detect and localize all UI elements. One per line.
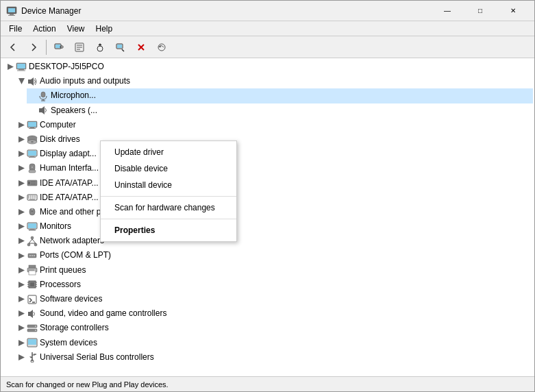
monitors-expand-icon[interactable] [16,221,27,232]
svg-marker-101 [18,296,25,302]
tree-speakers[interactable]: Speakers (... [27,103,533,118]
tree-computer[interactable]: Computer [16,118,533,132]
context-menu-scan-hardware[interactable]: Scan for hardware changes [101,199,236,216]
svg-rect-54 [31,184,36,184]
svg-point-84 [29,255,31,256]
menu-help[interactable]: Help [90,23,119,35]
svg-rect-73 [30,229,34,230]
context-menu-update-driver[interactable]: Update driver [101,144,236,160]
display-icon [27,149,38,160]
keyboard-icon [27,192,38,203]
hid-expand-icon[interactable] [16,163,27,174]
network-label: Network adapters [40,234,104,247]
mice-expand-icon[interactable] [16,206,27,217]
tree-storage[interactable]: Storage controllers [16,321,533,335]
root-expand-icon[interactable] [5,62,16,73]
svg-rect-49 [29,170,36,173]
svg-rect-29 [39,108,42,112]
tree-root[interactable]: DESKTOP-J5I5PCO [5,60,533,74]
tree-audio[interactable]: Audio inputs and outputs [16,74,533,88]
print-expand-icon[interactable] [16,265,27,275]
rollback-button[interactable] [152,38,171,56]
tree-system[interactable]: System devices [16,336,533,350]
computer-expand-icon[interactable] [16,119,27,130]
tree-software[interactable]: Software devices [16,292,533,306]
ports-expand-icon[interactable] [16,250,27,261]
tree-disk[interactable]: Disk drives [16,132,533,147]
display-expand-icon[interactable] [16,149,27,160]
disk-expand-icon[interactable] [16,134,27,145]
uninstall-button[interactable] [132,38,151,56]
usb-expand-icon[interactable] [16,352,27,363]
svg-rect-90 [29,271,36,275]
keyboards-expand-icon[interactable] [16,192,27,203]
svg-rect-26 [41,92,45,97]
audio-expand-icon[interactable] [16,76,27,87]
svg-marker-31 [18,122,25,128]
close-button[interactable]: ✕ [497,1,529,21]
system-expand-icon[interactable] [16,337,27,348]
tree-network[interactable]: Network adapters [16,234,533,248]
context-menu-separator-2 [101,219,236,219]
svg-marker-50 [18,180,25,186]
sound-expand-icon[interactable] [16,308,27,319]
svg-rect-65 [29,199,35,201]
maximize-button[interactable]: □ [464,1,496,21]
forward-button[interactable] [24,38,43,56]
svg-rect-21 [18,69,24,71]
svg-point-78 [34,243,37,246]
tree-microphone[interactable]: Microphon... [27,88,533,103]
menu-action[interactable]: Action [27,23,61,35]
svg-rect-45 [29,157,36,158]
svg-marker-82 [18,253,25,259]
update-driver-button[interactable] [90,38,110,56]
menu-view[interactable]: View [62,23,90,35]
tree-ide[interactable]: IDE ATA/ATAP... [16,176,533,191]
svg-rect-64 [34,197,36,199]
tree-keyboards[interactable]: IDE ATA/ATAP... [16,191,533,205]
ports-label: Ports (COM & LPT) [40,249,111,262]
tree-mice[interactable]: Mice and other pointing devices [16,205,533,219]
disk-label: Disk drives [40,133,80,146]
monitor-icon [27,221,38,232]
hid-icon [27,163,38,174]
storage-expand-icon[interactable] [16,323,27,334]
svg-marker-55 [18,195,25,201]
svg-point-111 [35,330,36,331]
ide-expand-icon[interactable] [16,177,27,188]
svg-rect-22 [17,70,25,71]
tree-sound[interactable]: Sound, video and game controllers [16,306,533,321]
tree-monitors[interactable]: Monitors [16,219,533,234]
title-bar: Device Manager — □ ✕ [1,1,534,21]
svg-rect-94 [30,282,34,286]
svg-rect-2 [10,14,14,15]
svg-rect-57 [28,196,29,197]
processors-expand-icon[interactable] [16,279,27,290]
network-expand-icon[interactable] [16,236,27,247]
svg-point-91 [34,269,36,271]
usb-icon [27,352,38,363]
back-button[interactable] [3,38,23,56]
software-expand-icon[interactable] [16,294,27,305]
context-menu-properties[interactable]: Properties [101,222,236,238]
tree-ports[interactable]: Ports (COM & LPT) [16,248,533,262]
scan-button[interactable] [111,38,130,56]
tree-processors[interactable]: Processors [16,278,533,292]
minimize-button[interactable]: — [432,1,463,21]
properties-button[interactable] [70,38,89,56]
content-area[interactable]: DESKTOP-J5I5PCO Audio inputs and outputs [1,58,534,376]
tree-hid[interactable]: Human Interfa... [16,161,533,175]
tree-display[interactable]: Display adapt... [16,147,533,161]
svg-point-40 [31,141,34,143]
software-label: Software devices [40,293,102,306]
tree-usb[interactable]: Universal Serial Bus controllers [16,350,533,365]
svg-point-77 [27,243,30,246]
menu-file[interactable]: File [3,23,27,35]
context-menu-uninstall-device[interactable]: Uninstall device [101,177,236,193]
context-menu-disable-device[interactable]: Disable device [101,160,236,177]
tree-print[interactable]: Print queues [16,263,533,278]
svg-marker-18 [8,64,14,70]
computer-dev-icon [27,119,38,130]
show-device-button[interactable] [49,38,69,56]
usb-label: Universal Serial Bus controllers [40,351,154,364]
